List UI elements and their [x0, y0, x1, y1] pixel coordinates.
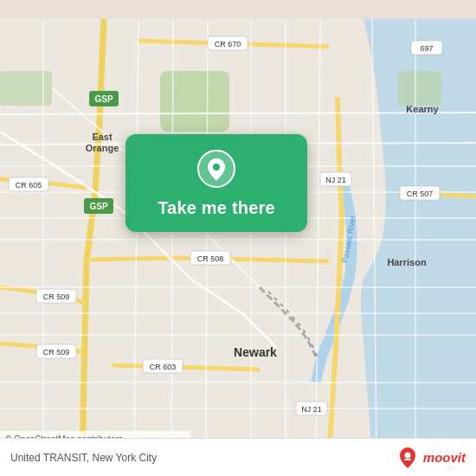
svg-text:GSP: GSP — [94, 94, 113, 104]
svg-text:NJ 21: NJ 21 — [301, 405, 322, 414]
map-container: GSP GSP CR 670 697 NJ 21 CR 507 CR 605 C… — [0, 0, 476, 476]
svg-text:697: 697 — [420, 44, 433, 53]
svg-text:Orange: Orange — [86, 143, 119, 153]
svg-text:NJ 21: NJ 21 — [325, 176, 346, 184]
map-background: GSP GSP CR 670 697 NJ 21 CR 507 CR 605 C… — [0, 0, 476, 476]
moovit-icon — [396, 446, 420, 470]
svg-text:CR 670: CR 670 — [215, 40, 241, 48]
svg-text:Harrison: Harrison — [387, 257, 427, 267]
svg-text:Kearny: Kearny — [406, 104, 439, 114]
location-pin-icon — [197, 150, 235, 188]
svg-text:GSP: GSP — [89, 202, 107, 211]
take-me-there-button[interactable]: Take me there — [158, 198, 275, 218]
svg-text:CR 509: CR 509 — [43, 348, 70, 357]
svg-point-58 — [404, 452, 410, 458]
svg-rect-3 — [398, 71, 441, 106]
svg-rect-1 — [160, 71, 229, 132]
moovit-logo: moovit — [396, 446, 466, 470]
svg-text:CR 507: CR 507 — [407, 190, 434, 198]
svg-rect-59 — [404, 459, 411, 460]
app-info: United TRANSIT, New York City — [10, 452, 157, 464]
svg-text:CR 509: CR 509 — [43, 293, 70, 301]
svg-rect-2 — [0, 71, 52, 106]
moovit-brand-label: moovit — [423, 450, 466, 465]
svg-text:East: East — [92, 132, 113, 142]
svg-text:Newark: Newark — [234, 345, 277, 359]
svg-text:CR 508: CR 508 — [197, 254, 224, 263]
bottom-bar: United TRANSIT, New York City moovit — [0, 438, 476, 476]
svg-text:CR 603: CR 603 — [150, 363, 177, 371]
take-me-there-card[interactable]: Take me there — [125, 134, 307, 232]
svg-point-57 — [213, 164, 220, 170]
svg-text:CR 605: CR 605 — [16, 181, 42, 190]
app-name-label: United TRANSIT, New York City — [10, 452, 157, 464]
